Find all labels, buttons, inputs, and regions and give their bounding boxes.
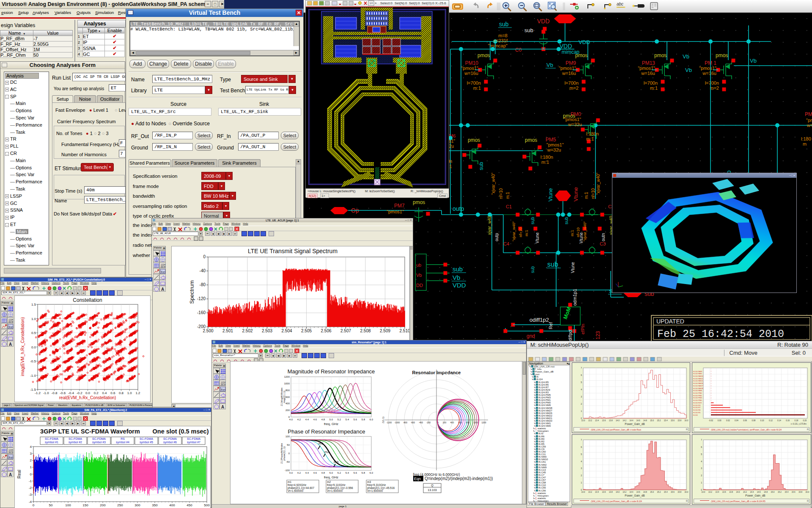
svg-text:14.4: 14.4 bbox=[630, 420, 634, 422]
svg-text:Vtune: Vtune bbox=[579, 232, 584, 243]
svg-text:7: 7 bbox=[581, 367, 582, 369]
svg-text:m:1: m:1 bbox=[473, 86, 481, 91]
svg-text:Vb: Vb bbox=[546, 62, 553, 68]
svg-text:3: 3 bbox=[30, 452, 32, 456]
svg-text:13.6: 13.6 bbox=[722, 491, 726, 493]
svg-text:w=32: w=32 bbox=[807, 123, 812, 128]
svg-text:150: 150 bbox=[82, 503, 88, 507]
svg-text:sub: sub bbox=[453, 265, 463, 273]
svg-text:Z(1,1): Z(1,1) bbox=[382, 417, 384, 423]
svg-text:DD: DD bbox=[416, 283, 423, 288]
svg-text:A: A bbox=[9, 342, 12, 347]
svg-text:"xjvar_w40": "xjvar_w40" bbox=[596, 172, 601, 195]
svg-text:13.6: 13.6 bbox=[602, 491, 606, 493]
svg-text:200: 200 bbox=[285, 409, 290, 411]
svg-text:nf=10: nf=10 bbox=[518, 227, 523, 237]
svg-text:SC-FDMA: SC-FDMA bbox=[140, 437, 153, 440]
svg-text:15.8: 15.8 bbox=[798, 491, 802, 493]
svg-text:-1.5: -1.5 bbox=[30, 388, 36, 392]
svg-text:6.0: 6.0 bbox=[370, 472, 373, 474]
svg-text:w=16u: w=16u bbox=[464, 71, 478, 76]
svg-text:400: 400 bbox=[169, 503, 175, 507]
svg-text:4.0: 4.0 bbox=[289, 418, 293, 421]
svg-text:Q: Q bbox=[431, 484, 433, 487]
svg-text:imag(EVM_h.Rx_Constellation): imag(EVM_h.Rx_Constellation) bbox=[20, 317, 25, 376]
svg-text:freq, GHz: freq, GHz bbox=[324, 422, 338, 426]
svg-text:0: 0 bbox=[33, 503, 35, 507]
svg-text:"pmos1": "pmos1" bbox=[546, 142, 564, 147]
svg-text:Ref: Ref bbox=[548, 322, 553, 329]
svg-text:I6.I24.PM0: I6.I24.PM0 bbox=[693, 392, 702, 394]
svg-text:0.02: 0.02 bbox=[726, 420, 730, 422]
svg-text:3: 3 bbox=[581, 467, 582, 469]
svg-text:250: 250 bbox=[117, 503, 123, 507]
svg-text:Vt=1.500000: Vt=1.500000 bbox=[367, 489, 383, 492]
svg-text:4.8: 4.8 bbox=[321, 472, 325, 474]
svg-text:1: 1 bbox=[701, 481, 702, 484]
svg-text:-200: -200 bbox=[426, 421, 431, 424]
svg-text:l:180n: l:180n bbox=[540, 155, 553, 160]
svg-text:pmos: pmos bbox=[413, 199, 425, 205]
svg-text:0.4: 0.4 bbox=[102, 391, 107, 395]
svg-text:13.8: 13.8 bbox=[609, 420, 613, 422]
svg-text:-160: -160 bbox=[197, 310, 206, 315]
svg-text:3: 3 bbox=[581, 395, 582, 398]
svg-text:100: 100 bbox=[65, 503, 71, 507]
svg-text:16.0: 16.0 bbox=[685, 491, 689, 493]
svg-text:Q=indep(m2)/(indep(m3)-indep(m: Q=indep(m2)/(indep(m3)-indep(m1)) bbox=[425, 476, 493, 481]
svg-text:13.0: 13.0 bbox=[582, 491, 585, 493]
svg-text:C1: C1 bbox=[506, 204, 512, 209]
svg-text:1.2: 1.2 bbox=[135, 391, 140, 395]
svg-text:-1200: -1200 bbox=[387, 421, 392, 424]
svg-text:w=16u: w=16u bbox=[562, 71, 576, 76]
svg-text:sub: sub bbox=[530, 266, 535, 273]
svg-text:sub: sub bbox=[478, 162, 484, 170]
svg-text:xjvar_w40: xjvar_w40 bbox=[487, 216, 492, 235]
svg-text:m1: m1 bbox=[288, 480, 291, 483]
svg-text:m:1: m:1 bbox=[584, 192, 589, 199]
svg-text:2.504: 2.504 bbox=[281, 329, 292, 333]
svg-text:2.502: 2.502 bbox=[242, 329, 252, 333]
svg-text:5.4: 5.4 bbox=[346, 418, 349, 421]
svg-text:I6.I24.NM5: I6.I24.NM5 bbox=[693, 373, 702, 375]
svg-text:4.2: 4.2 bbox=[297, 418, 301, 421]
svg-text:I6.I24.NM27: I6.I24.NM27 bbox=[693, 385, 703, 387]
svg-text:2.509: 2.509 bbox=[380, 329, 390, 333]
svg-text:0.16: 0.16 bbox=[786, 420, 790, 422]
svg-text:I6.I24: I6.I24 bbox=[693, 414, 698, 416]
svg-text:symbol #2: symbol #2 bbox=[69, 441, 82, 444]
svg-text:m:1: m:1 bbox=[570, 230, 574, 236]
svg-text:outp: outp bbox=[494, 233, 499, 241]
svg-text:0.0: 0.0 bbox=[31, 345, 36, 349]
svg-text:7: 7 bbox=[701, 439, 702, 441]
svg-text:Sel(O):0: Sel(O):0 bbox=[422, 1, 434, 5]
svg-text:2: 2 bbox=[701, 474, 702, 477]
svg-text:I6.I24.R5: I6.I24.R5 bbox=[693, 411, 701, 414]
svg-text:"pmos: "pmos bbox=[806, 118, 812, 123]
svg-text:1000: 1000 bbox=[473, 421, 478, 424]
svg-text:I6.I24.NM28: I6.I24.NM28 bbox=[693, 387, 703, 389]
svg-text:0.18: 0.18 bbox=[794, 420, 798, 422]
svg-text:-0.8: -0.8 bbox=[52, 391, 58, 395]
svg-text:"xjvar_w40": "xjvar_w40" bbox=[512, 221, 516, 241]
svg-text:0.8: 0.8 bbox=[119, 391, 124, 395]
svg-text:Vtune: Vtune bbox=[573, 187, 579, 202]
svg-text:"pmos1": "pmos1" bbox=[564, 117, 581, 122]
svg-text:UPDATED: UPDATED bbox=[656, 318, 684, 325]
svg-text:-1.2: -1.2 bbox=[35, 391, 41, 395]
svg-text:14.6: 14.6 bbox=[757, 491, 761, 493]
svg-text:400: 400 bbox=[450, 421, 454, 424]
svg-text:5.0: 5.0 bbox=[329, 418, 333, 421]
svg-text:Eqn: Eqn bbox=[161, 271, 166, 273]
svg-text:»: » bbox=[375, 1, 377, 5]
svg-text:Select:0: Select:0 bbox=[380, 1, 392, 5]
svg-text:15.6: 15.6 bbox=[671, 491, 675, 493]
svg-text:I6.I24.PM5: I6.I24.PM5 bbox=[693, 399, 702, 401]
svg-text:15.6: 15.6 bbox=[671, 420, 675, 422]
svg-text:PM10: PM10 bbox=[465, 60, 479, 66]
svg-text:C0: C0 bbox=[515, 47, 522, 53]
svg-text:6: 6 bbox=[701, 446, 702, 448]
svg-text:Eqn: Eqn bbox=[9, 326, 14, 328]
svg-text:13.0: 13.0 bbox=[582, 420, 585, 422]
svg-text:2.505: 2.505 bbox=[301, 329, 312, 333]
